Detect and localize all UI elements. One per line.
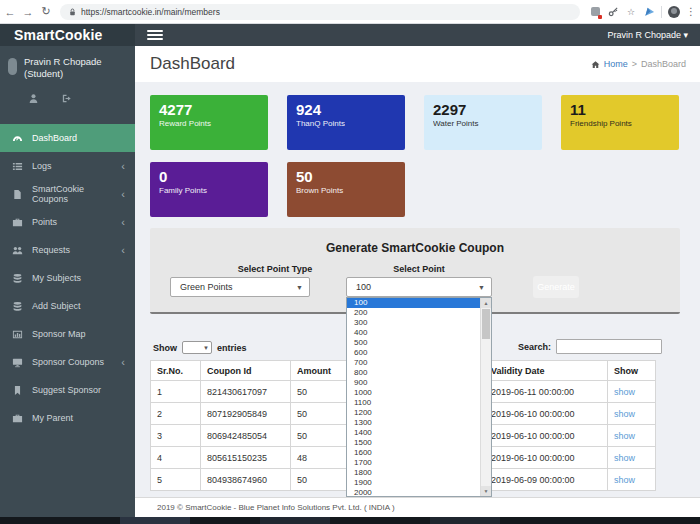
sidebar-item-label: My Parent — [32, 413, 73, 423]
cell-validity: 2019-06-10 00:00:00 — [485, 425, 608, 447]
show-link[interactable]: show — [614, 453, 635, 463]
sidebar-item-label: Suggest Sponsor — [32, 385, 101, 395]
sidebar-item-my-parent[interactable]: My Parent — [0, 404, 135, 432]
browser-back-icon[interactable]: ← — [2, 6, 18, 18]
chevron-left-icon: ‹ — [121, 188, 125, 200]
logout-icon[interactable] — [61, 90, 72, 108]
show-link[interactable]: show — [614, 409, 635, 419]
sidebar-item-points[interactable]: Points‹ — [0, 208, 135, 236]
dropdown-option-500[interactable]: 500 — [347, 338, 480, 348]
stat-label: Family Points — [159, 186, 268, 195]
browser-refresh-icon[interactable]: ↻ — [38, 5, 54, 18]
generate-button[interactable]: Generate — [533, 276, 579, 298]
column-header[interactable]: Validity Date — [485, 361, 608, 381]
stat-card-brown-points[interactable]: 50Brown Points — [287, 162, 405, 217]
cell-amount: 50 — [291, 469, 347, 491]
extension-icon[interactable] — [643, 6, 655, 18]
scroll-down-icon[interactable]: ▼ — [481, 486, 491, 496]
dropdown-option-1600[interactable]: 1600 — [347, 448, 480, 458]
taskbar-edge — [0, 517, 700, 524]
browser-menu-icon[interactable]: ⋮ — [686, 6, 696, 17]
sidebar-item-dashboard[interactable]: DashBoard — [0, 124, 135, 152]
dropdown-option-2000[interactable]: 2000 — [347, 488, 480, 496]
cell-sr: 5 — [151, 469, 201, 491]
user-role: (Student) — [24, 68, 102, 80]
entries-select[interactable]: ▼ — [182, 341, 212, 354]
sidebar: SmartCookie Pravin R Chopade (Student) D… — [0, 24, 135, 517]
dropdown-option-200[interactable]: 200 — [347, 308, 480, 318]
point-select[interactable]: 100▼ — [346, 277, 492, 297]
stat-value: 0 — [159, 168, 268, 185]
bookmark-star-icon[interactable]: ☆ — [625, 6, 637, 18]
bookmark-icon — [12, 385, 23, 396]
page-title: DashBoard — [150, 54, 235, 74]
profile-icon[interactable] — [28, 90, 39, 108]
dropdown-option-1500[interactable]: 1500 — [347, 438, 480, 448]
stat-card-family-points[interactable]: 0Family Points — [150, 162, 268, 217]
dropdown-option-1800[interactable]: 1800 — [347, 468, 480, 478]
dropdown-option-1400[interactable]: 1400 — [347, 428, 480, 438]
column-header[interactable]: Show — [608, 361, 656, 381]
dropdown-option-1100[interactable]: 1100 — [347, 398, 480, 408]
sidebar-item-smartcookie-coupons[interactable]: SmartCookie Coupons‹ — [0, 180, 135, 208]
dropdown-option-900[interactable]: 900 — [347, 378, 480, 388]
stat-card-water-points[interactable]: 2297Water Points — [424, 95, 542, 150]
dropdown-option-1200[interactable]: 1200 — [347, 408, 480, 418]
stat-label: ThanQ Points — [296, 119, 405, 128]
cell-show: show — [608, 447, 656, 469]
scroll-thumb[interactable] — [482, 309, 490, 339]
show-link[interactable]: show — [614, 387, 635, 397]
sidebar-item-add-subject[interactable]: Add Subject — [0, 292, 135, 320]
dropdown-option-1700[interactable]: 1700 — [347, 458, 480, 468]
stat-card-friendship-points[interactable]: 11Friendship Points — [561, 95, 679, 150]
screen: ← → ↻ https://smartcookie.in/main/member… — [0, 0, 700, 524]
chevron-left-icon: ‹ — [121, 356, 125, 368]
dropdown-option-300[interactable]: 300 — [347, 318, 480, 328]
password-key-icon[interactable] — [607, 6, 619, 18]
sidebar-item-logs[interactable]: Logs‹ — [0, 152, 135, 180]
dropdown-option-1000[interactable]: 1000 — [347, 388, 480, 398]
column-header[interactable]: Amount — [291, 361, 347, 381]
search-input[interactable] — [556, 339, 662, 354]
sidebar-item-suggest-sponsor[interactable]: Suggest Sponsor — [0, 376, 135, 404]
sidebar-item-sponsor-map[interactable]: Sponsor Map — [0, 320, 135, 348]
dropdown-option-400[interactable]: 400 — [347, 328, 480, 338]
sidebar-item-label: Add Subject — [32, 301, 81, 311]
app-logo[interactable]: SmartCookie — [0, 24, 135, 46]
dropdown-option-1300[interactable]: 1300 — [347, 418, 480, 428]
extension-alert-icon[interactable] — [589, 6, 601, 18]
scroll-up-icon[interactable]: ▲ — [481, 298, 491, 308]
dropdown-option-1900[interactable]: 1900 — [347, 478, 480, 488]
dropdown-scrollbar[interactable]: ▲ ▼ — [480, 298, 491, 496]
show-link[interactable]: show — [614, 475, 635, 485]
sidebar-item-my-subjects[interactable]: My Subjects — [0, 264, 135, 292]
point-type-select[interactable]: Green Points▼ — [170, 277, 310, 297]
column-header[interactable]: Sr.No. — [151, 361, 201, 381]
cell-validity: 2019-06-09 00:00:00 — [485, 469, 608, 491]
dropdown-option-100[interactable]: 100 — [347, 298, 480, 308]
breadcrumb-home-link[interactable]: Home — [604, 59, 628, 69]
user-dropdown[interactable]: Pravin R Chopade ▾ — [607, 30, 688, 40]
stat-value: 4277 — [159, 101, 268, 118]
cell-amount: 50 — [291, 425, 347, 447]
dropdown-option-800[interactable]: 800 — [347, 368, 480, 378]
stat-card-reward-points[interactable]: 4277Reward Points — [150, 95, 268, 150]
dropdown-option-600[interactable]: 600 — [347, 348, 480, 358]
sidebar-item-sponsor-coupons[interactable]: Sponsor Coupons‹ — [0, 348, 135, 376]
address-bar[interactable]: https://smartcookie.in/main/members — [60, 4, 580, 20]
dropdown-option-700[interactable]: 700 — [347, 358, 480, 368]
hamburger-menu-icon[interactable] — [147, 28, 163, 42]
stat-label: Water Points — [433, 119, 542, 128]
sidebar-item-requests[interactable]: Requests‹ — [0, 236, 135, 264]
briefcase-icon — [12, 413, 23, 424]
cell-sr: 4 — [151, 447, 201, 469]
browser-forward-icon[interactable]: → — [20, 6, 36, 18]
browser-profile-avatar[interactable] — [668, 6, 680, 18]
cell-validity: 2019-06-11 00:00:00 — [485, 381, 608, 403]
point-select-dropdown: 1002003004005006007008009001000110012001… — [346, 297, 492, 497]
cell-show: show — [608, 381, 656, 403]
show-link[interactable]: show — [614, 431, 635, 441]
stat-label: Reward Points — [159, 119, 268, 128]
stat-card-thanq-points[interactable]: 924ThanQ Points — [287, 95, 405, 150]
column-header[interactable]: Coupon Id — [201, 361, 291, 381]
